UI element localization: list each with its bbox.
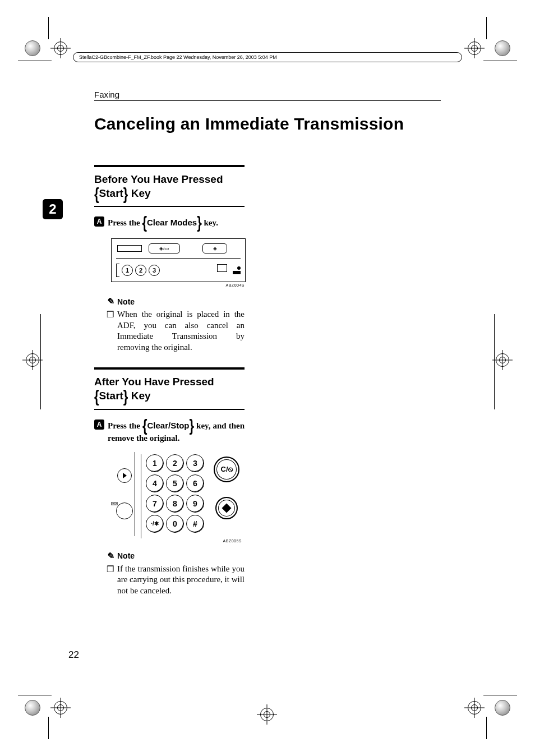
step-text: Press the {Clear/Stop} key, and then rem…: [108, 419, 245, 443]
note-heading: ✎ Note: [107, 551, 441, 561]
reg-mark-icon: [22, 698, 43, 718]
note-label: Note: [117, 297, 135, 306]
quick-key-icon: 2: [135, 265, 146, 276]
chapter-number: 2: [49, 201, 56, 217]
page-number: 22: [68, 649, 79, 661]
bracket-close-icon: }: [123, 184, 128, 205]
clear-stop-ring-icon: C/⦸: [214, 457, 239, 482]
figure-caption: ABZ004S: [111, 283, 246, 287]
reg-target-icon: [495, 352, 510, 368]
clear-modes-button-icon: ◈/▭: [149, 243, 180, 253]
heading-suffix: Key: [128, 187, 150, 199]
reg-mark-icon: [22, 38, 43, 58]
bracket-open-icon: {: [94, 184, 99, 205]
led-icon: [237, 266, 241, 270]
crop-line: [40, 314, 41, 409]
bracket-close-icon: }: [189, 417, 194, 436]
quick-key-icon: 3: [149, 265, 160, 276]
bullet-icon: ❒: [107, 564, 114, 597]
note-label: Note: [117, 551, 135, 560]
key-name: Start: [99, 390, 123, 402]
chapter-tab: 2: [43, 199, 63, 219]
step-text: Press the {Clear Modes} key.: [108, 216, 218, 231]
crop-line: [48, 17, 49, 39]
page-content: Faxing Canceling an Immediate Transmissi…: [94, 90, 441, 694]
note-body: ❒ If the transmission finishes while you…: [107, 564, 245, 597]
key-name: Start: [99, 187, 123, 199]
keypad-key: 9: [186, 495, 204, 513]
reg-target-icon: [259, 707, 275, 722]
note-text: When the original is placed in the ADF, …: [117, 309, 245, 353]
step-number-badge: A: [94, 420, 104, 430]
figure-keypad: OK 1 2 3 4 5 6 7 8 9 ·/✱ 0 # C/⦸: [114, 452, 243, 542]
crop-line: [483, 61, 517, 61]
reg-mark-icon: [492, 698, 513, 718]
crop-line: [494, 314, 495, 409]
keypad-key: 3: [186, 454, 204, 472]
keypad-grid: 1 2 3 4 5 6 7 8 9 ·/✱ 0 #: [146, 454, 206, 533]
reg-target-icon: [467, 40, 482, 56]
bracket-close-icon: }: [197, 214, 202, 233]
keypad-key: 0: [166, 515, 184, 533]
keypad-key: 6: [186, 474, 204, 492]
diamond-icon: [222, 503, 232, 513]
keypad-key: 2: [166, 454, 184, 472]
doc-source-header: StellaC2-GBcombine-F_FM_ZF.book Page 22 …: [73, 52, 462, 62]
keypad-key: 5: [166, 474, 184, 492]
bracket-open-icon: {: [142, 214, 147, 233]
keypad-key: ·/✱: [146, 515, 164, 533]
crop-line: [486, 717, 487, 739]
ok-ring-icon: OK: [116, 503, 133, 519]
reg-mark-icon: [492, 38, 513, 58]
ok-label: OK: [111, 502, 118, 505]
reg-target-icon: [467, 700, 482, 716]
reg-target-icon: [25, 352, 40, 368]
step-number-badge: A: [94, 216, 104, 227]
keypad-key: #: [186, 515, 204, 533]
keypad-key: 4: [146, 474, 164, 492]
heading-line1: Before You Have Pressed: [94, 173, 223, 185]
section-before: Before You Have Pressed {Start} Key: [94, 165, 245, 206]
note-body: ❒ When the original is placed in the ADF…: [107, 309, 245, 353]
crop-line: [18, 61, 52, 61]
step-1: A Press the {Clear/Stop} key, and then r…: [94, 419, 245, 443]
start-ring-icon: [215, 497, 238, 519]
nav-play-icon: [117, 468, 132, 483]
keypad-key: 8: [166, 495, 184, 513]
heading-line1: After You Have Pressed: [94, 376, 214, 388]
section-after: After You Have Pressed {Start} Key: [94, 367, 245, 408]
clear-stop-label: C/⦸: [221, 465, 233, 474]
divider: [94, 100, 441, 101]
reg-target-icon: [53, 700, 68, 716]
lcd-icon: [117, 245, 142, 252]
figure-caption: ABZ005S: [223, 539, 243, 543]
indicator-icon: [233, 271, 241, 274]
start-button-icon: ◈: [202, 243, 227, 253]
crop-line: [483, 695, 517, 695]
bracket-open-icon: {: [142, 417, 147, 436]
quick-key-icon: 1: [122, 265, 133, 276]
bracket-close-icon: }: [123, 387, 128, 408]
divider: [94, 206, 245, 207]
pencil-icon: ✎: [105, 296, 114, 307]
figure-control-panel: ◈/▭ ◈ 1 2 3 ABZ004S: [111, 238, 246, 287]
note-text: If the transmission finishes while you a…: [117, 564, 245, 597]
heading-suffix: Key: [128, 390, 150, 402]
panel-edge-icon: [116, 264, 119, 277]
bracket-open-icon: {: [94, 387, 99, 408]
paper-icon: [217, 264, 227, 272]
pencil-icon: ✎: [105, 550, 114, 562]
running-header: Faxing: [94, 90, 441, 99]
bullet-icon: ❒: [107, 309, 114, 353]
divider: [94, 409, 245, 410]
crop-line: [486, 17, 487, 39]
keypad-key: 1: [146, 454, 164, 472]
note-heading: ✎ Note: [107, 296, 441, 307]
crop-line: [18, 695, 52, 695]
section-heading: Before You Have Pressed {Start} Key: [94, 167, 245, 206]
keypad-key: 7: [146, 495, 164, 513]
step-1: A Press the {Clear Modes} key.: [94, 216, 245, 231]
doc-source-text: StellaC2-GBcombine-F_FM_ZF.book Page 22 …: [79, 54, 277, 60]
section-heading: After You Have Pressed {Start} Key: [94, 370, 245, 408]
crop-line: [48, 717, 49, 739]
